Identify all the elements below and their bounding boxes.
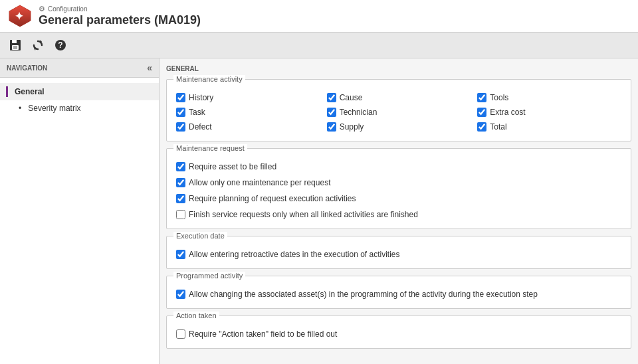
checkbox-extra-cost[interactable] — [477, 108, 486, 117]
checkbox-one-maintenance[interactable] — [176, 178, 185, 187]
refresh-button[interactable] — [29, 37, 47, 54]
sidebar-item-label: General — [15, 87, 45, 96]
save-icon — [9, 39, 22, 52]
save-button[interactable] — [7, 37, 24, 54]
svg-rect-4 — [12, 40, 17, 43]
label-finish-service[interactable]: Finish service requests only when all li… — [189, 210, 418, 219]
main-layout: NAVIGATION « General • Severity matrix G… — [0, 58, 638, 364]
checkbox-row-history: History — [176, 92, 320, 104]
sidebar-item-severity-matrix[interactable]: • Severity matrix — [0, 100, 159, 116]
checkbox-row-require-asset: Require asset to be filled — [176, 161, 621, 173]
sidebar-nav: General • Severity matrix — [0, 78, 159, 122]
header-config: ⚙ Configuration — [39, 5, 201, 13]
label-technician[interactable]: Technician — [340, 108, 377, 117]
checkbox-action-taken[interactable] — [176, 329, 185, 339]
gear-icon: ⚙ — [39, 5, 45, 13]
checkbox-row-tools: Tools — [477, 92, 621, 104]
checkbox-require-asset[interactable] — [176, 162, 185, 171]
config-label: Configuration — [48, 5, 87, 13]
toolbar: ? — [0, 33, 638, 58]
section-maintenance-activity: Maintenance activity History Cause Tools… — [166, 79, 631, 141]
sidebar-item-label: Severity matrix — [28, 104, 80, 113]
bullet-icon: • — [19, 104, 21, 113]
checkbox-row-retroactive: Allow entering retroactive dates in the … — [176, 248, 621, 260]
checkbox-tools[interactable] — [477, 93, 486, 102]
checkbox-total[interactable] — [477, 122, 486, 132]
checkbox-row-require-planning: Require planning of request execution ac… — [176, 193, 621, 205]
help-icon: ? — [54, 39, 67, 52]
checkbox-row-supply: Supply — [327, 121, 471, 133]
checkbox-row-action-taken: Require "Action taken" field to be fille… — [176, 328, 621, 340]
section-execution-date: Execution date Allow entering retroactiv… — [166, 236, 631, 269]
execution-date-checkboxes: Allow entering retroactive dates in the … — [176, 248, 621, 260]
section-maintenance-request: Maintenance request Require asset to be … — [166, 148, 631, 229]
section-title-programmed-activity: Programmed activity — [173, 272, 245, 280]
checkbox-retroactive[interactable] — [176, 250, 185, 259]
action-taken-checkboxes: Require "Action taken" field to be fille… — [176, 328, 621, 340]
label-task[interactable]: Task — [189, 108, 205, 117]
checkbox-row-allow-changing: Allow changing the associated asset(s) i… — [176, 288, 621, 300]
checkbox-allow-changing[interactable] — [176, 290, 185, 299]
label-supply[interactable]: Supply — [340, 122, 364, 132]
checkbox-row-defect: Defect — [176, 121, 320, 133]
content-section-label: GENERAL — [166, 65, 631, 72]
label-allow-changing[interactable]: Allow changing the associated asset(s) i… — [189, 290, 538, 299]
section-action-taken: Action taken Require "Action taken" fiel… — [166, 316, 631, 349]
page-title: General parameters (MA019) — [39, 13, 201, 27]
label-require-asset[interactable]: Require asset to be filled — [189, 162, 276, 171]
collapse-icon[interactable]: « — [147, 62, 152, 73]
label-retroactive[interactable]: Allow entering retroactive dates in the … — [189, 250, 400, 259]
sidebar-header: NAVIGATION « — [0, 58, 159, 78]
header-text: ⚙ Configuration General parameters (MA01… — [39, 5, 201, 27]
label-defect[interactable]: Defect — [189, 122, 212, 132]
checkbox-task[interactable] — [176, 108, 185, 117]
checkbox-row-cause: Cause — [327, 92, 471, 104]
header: ✦ ⚙ Configuration General parameters (MA… — [0, 0, 638, 33]
help-button[interactable]: ? — [52, 37, 69, 54]
sidebar: NAVIGATION « General • Severity matrix — [0, 58, 160, 364]
checkbox-require-planning[interactable] — [176, 194, 185, 203]
checkbox-row-technician: Technician — [327, 106, 471, 118]
checkbox-row-total: Total — [477, 121, 621, 133]
checkbox-row-task: Task — [176, 106, 320, 118]
svg-rect-6 — [13, 46, 17, 49]
label-extra-cost[interactable]: Extra cost — [490, 108, 525, 117]
label-history[interactable]: History — [189, 93, 213, 102]
content-area: GENERAL Maintenance activity History Cau… — [160, 58, 638, 364]
label-tools[interactable]: Tools — [490, 93, 508, 102]
checkbox-defect[interactable] — [176, 122, 185, 132]
checkbox-row-one-maintenance: Allow only one maintenance per request — [176, 177, 621, 189]
section-title-action-taken: Action taken — [173, 312, 219, 319]
sidebar-item-general[interactable]: General — [0, 83, 159, 100]
section-title-maintenance-request: Maintenance request — [173, 144, 247, 152]
label-require-planning[interactable]: Require planning of request execution ac… — [189, 194, 356, 203]
label-action-taken[interactable]: Require "Action taken" field to be fille… — [189, 329, 337, 339]
checkbox-technician[interactable] — [327, 108, 336, 117]
label-one-maintenance[interactable]: Allow only one maintenance per request — [189, 178, 330, 187]
checkbox-row-extra-cost: Extra cost — [477, 106, 621, 118]
label-cause[interactable]: Cause — [340, 93, 363, 102]
section-title-execution-date: Execution date — [173, 232, 227, 240]
programmed-activity-checkboxes: Allow changing the associated asset(s) i… — [176, 288, 621, 300]
refresh-icon — [31, 39, 45, 52]
checkbox-row-finish-service: Finish service requests only when all li… — [176, 209, 621, 221]
maintenance-request-checkboxes: Require asset to be filled Allow only on… — [176, 161, 621, 221]
svg-text:✦: ✦ — [15, 11, 24, 22]
checkbox-history[interactable] — [176, 93, 185, 102]
section-programmed-activity: Programmed activity Allow changing the a… — [166, 276, 631, 309]
svg-text:?: ? — [58, 41, 62, 50]
section-title-maintenance-activity: Maintenance activity — [173, 75, 245, 83]
checkbox-cause[interactable] — [327, 93, 336, 102]
nav-label: NAVIGATION — [7, 64, 47, 72]
label-total[interactable]: Total — [490, 122, 506, 132]
app-logo: ✦ — [8, 4, 32, 28]
checkbox-supply[interactable] — [327, 122, 336, 132]
checkbox-finish-service[interactable] — [176, 210, 185, 219]
maintenance-activity-checkboxes: History Cause Tools Task Technician — [176, 92, 621, 133]
